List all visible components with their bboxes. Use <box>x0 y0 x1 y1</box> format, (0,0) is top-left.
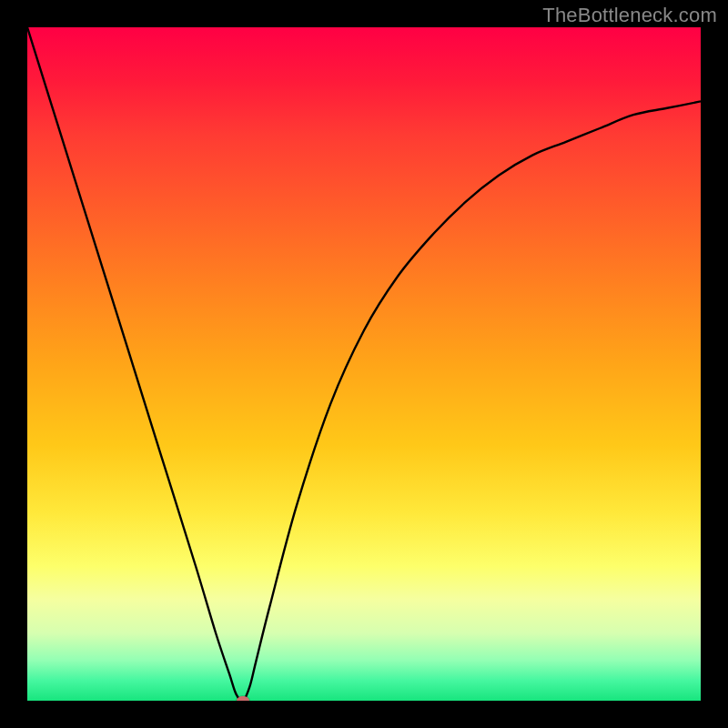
bottleneck-curve <box>27 27 701 701</box>
plot-area <box>27 27 701 701</box>
watermark-text: TheBottleneck.com <box>542 4 717 27</box>
minimum-dot-icon <box>237 696 249 701</box>
chart-frame: TheBottleneck.com <box>0 0 728 728</box>
curve-path <box>27 27 701 701</box>
